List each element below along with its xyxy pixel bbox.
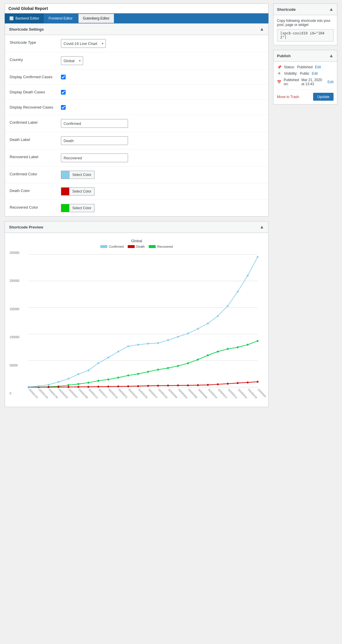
status-edit-link[interactable]: Edit — [315, 65, 321, 69]
published-value: Mar 21, 2020 at 13:43 — [301, 78, 325, 86]
svg-point-44 — [167, 385, 169, 387]
chart-container: Global Confirmed Death Recovered — [5, 233, 268, 407]
visibility-edit-link[interactable]: Edit — [312, 71, 318, 76]
svg-text:2020/03/10: 2020/03/10 — [207, 388, 218, 399]
death-label-input[interactable] — [61, 136, 128, 145]
shortcode-type-select[interactable]: Covid-19 Line Chart Covid-19 Bar Chart C… — [61, 39, 106, 48]
display-death-checkbox[interactable] — [61, 90, 66, 95]
display-confirmed-row: Display Confirmed Cases — [5, 69, 268, 85]
svg-point-71 — [197, 328, 199, 330]
shortcode-side-toggle[interactable]: ▲ — [329, 7, 334, 12]
svg-point-22 — [187, 362, 189, 364]
svg-point-67 — [157, 342, 159, 344]
shortcode-side-title: Shortcode — [277, 7, 296, 12]
svg-text:2020/03/04: 2020/03/04 — [178, 388, 188, 399]
svg-text:2020/01/26: 2020/01/26 — [38, 388, 49, 399]
tab-gutenberg-editor[interactable]: Gutenberg Editor — [78, 14, 114, 23]
svg-point-70 — [187, 333, 189, 335]
published-edit-link[interactable]: Edit — [327, 80, 334, 84]
recovered-label-control — [61, 153, 264, 162]
confirmed-color-btn-wrap: Select Color — [61, 171, 264, 179]
shortcode-type-row: Shortcode Type Covid-19 Line Chart Covid… — [5, 35, 268, 52]
recovered-color-label: Recovered Color — [10, 204, 56, 210]
death-label-field-label: Death Label — [10, 136, 56, 142]
preview-panel-collapse-toggle[interactable]: ▲ — [259, 224, 264, 230]
svg-point-75 — [237, 291, 238, 293]
svg-point-46 — [187, 384, 189, 386]
svg-text:2020/03/18: 2020/03/18 — [247, 388, 258, 399]
svg-point-57 — [58, 381, 59, 383]
shortcode-side-panel: Shortcode ▲ Copy following shortcode int… — [273, 4, 337, 45]
confirmed-color-swatch[interactable] — [61, 171, 69, 179]
preview-panel-header: Shortcode Preview ▲ — [5, 221, 268, 233]
move-to-trash-link[interactable]: Move to Trash — [277, 95, 299, 99]
svg-text:2020/03/08: 2020/03/08 — [197, 388, 208, 399]
publish-side-body: 📌 Status: Published Edit 👁 Visibility: P… — [273, 62, 337, 104]
svg-point-28 — [247, 344, 248, 346]
svg-point-15 — [117, 377, 119, 379]
svg-point-32 — [48, 386, 49, 388]
svg-point-66 — [147, 343, 149, 345]
recovered-color-control: Select Color — [61, 204, 264, 212]
shortcode-type-select-wrapper: Covid-19 Line Chart Covid-19 Bar Chart C… — [61, 39, 106, 48]
shortcode-description: Copy following shortcode into your post,… — [277, 19, 334, 27]
publish-side-toggle[interactable]: ▲ — [329, 53, 334, 58]
confirmed-label-input[interactable] — [61, 119, 128, 128]
svg-point-65 — [137, 344, 139, 346]
y-label-50000: 50000 — [10, 364, 24, 367]
svg-text:2020/02/27: 2020/02/27 — [148, 388, 158, 399]
tab-frontend-editor[interactable]: Frontend Editor — [44, 13, 77, 23]
svg-point-26 — [227, 348, 229, 350]
svg-text:2020/01/30: 2020/01/30 — [48, 388, 59, 399]
confirmed-color-row: Confirmed Color Select Color — [5, 167, 268, 183]
legend-confirmed: Confirmed — [100, 245, 124, 248]
country-select[interactable]: Global USA Italy China Spain — [61, 56, 83, 65]
recovered-label-input[interactable] — [61, 153, 128, 162]
svg-text:2020/02/25: 2020/02/25 — [138, 388, 148, 399]
display-confirmed-checkbox[interactable] — [61, 75, 66, 79]
page-title: Covid Global Report — [8, 6, 48, 11]
death-color-label: Death Color — [10, 187, 56, 193]
recovered-color-select-btn[interactable]: Select Color — [69, 204, 94, 212]
publish-title: Publish — [277, 54, 291, 58]
svg-point-10 — [68, 384, 69, 386]
line-chart-svg: 2020/01/222020/01/262020/01/302020/02/03… — [26, 251, 264, 403]
country-label: Country — [10, 56, 56, 62]
visibility-label: Visibility: — [284, 71, 297, 76]
death-color-btn-wrap: Select Color — [61, 187, 264, 196]
page-title-bar: Covid Global Report — [5, 4, 269, 13]
shortcode-code[interactable]: [xpcb-covid19 id="1042"] — [277, 29, 334, 41]
published-row: 📅 Published on: Mar 21, 2020 at 13:43 Ed… — [277, 78, 334, 86]
update-button[interactable]: Update — [313, 93, 334, 101]
death-color-swatch[interactable] — [61, 187, 69, 196]
svg-point-33 — [58, 386, 59, 388]
legend-death-swatch — [128, 245, 135, 248]
preview-panel: Shortcode Preview ▲ Global Confirmed Dea… — [5, 221, 269, 407]
publish-side-panel: Publish ▲ 📌 Status: Published Edit 👁 Vis… — [273, 50, 337, 104]
svg-text:2020/02/07: 2020/02/07 — [68, 388, 78, 399]
panel-collapse-toggle[interactable]: ▲ — [259, 27, 264, 32]
svg-point-43 — [157, 385, 159, 387]
confirmed-color-select-btn[interactable]: Select Color — [69, 171, 94, 179]
legend-confirmed-swatch — [100, 245, 107, 248]
country-row: Country Global USA Italy China Spain — [5, 52, 268, 69]
recovered-color-swatch[interactable] — [61, 204, 69, 212]
editor-tabs: ⬜ Backend Editor Frontend Editor Gutenbe… — [5, 13, 269, 23]
svg-point-50 — [227, 383, 229, 385]
tab-backend-editor[interactable]: ⬜ Backend Editor — [5, 13, 44, 23]
svg-point-41 — [137, 385, 139, 387]
shortcode-type-control: Covid-19 Line Chart Covid-19 Bar Chart C… — [61, 39, 264, 48]
publish-actions: Move to Trash Update — [277, 90, 334, 101]
legend-recovered-label: Recovered — [157, 245, 173, 248]
y-label-0: 0 — [10, 392, 24, 395]
svg-point-21 — [177, 365, 179, 367]
svg-point-40 — [127, 385, 129, 388]
svg-point-17 — [137, 373, 139, 375]
svg-point-59 — [78, 373, 79, 375]
death-color-select-btn[interactable]: Select Color — [69, 187, 94, 196]
shortcode-settings-body: Shortcode Type Covid-19 Line Chart Covid… — [5, 35, 268, 216]
svg-text:2020/03/14: 2020/03/14 — [227, 388, 238, 399]
display-confirmed-label: Display Confirmed Cases — [10, 74, 56, 79]
svg-point-18 — [147, 371, 149, 373]
display-recovered-checkbox[interactable] — [61, 105, 66, 110]
